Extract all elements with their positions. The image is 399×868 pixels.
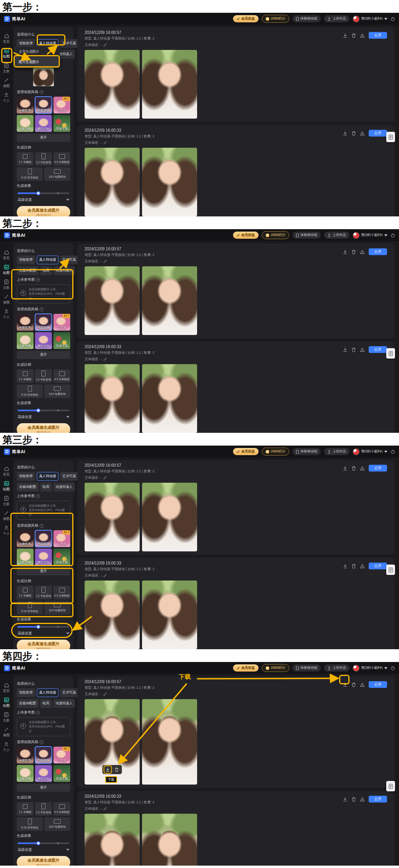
sidebar-item-retouch[interactable]: 修图	[3, 78, 10, 87]
upload-dropzone[interactable]: 点击或拖拽图片上传，支持20M以内JPG、PNG图片	[17, 501, 70, 520]
generated-image-4[interactable]	[142, 148, 197, 216]
expand-styles-button[interactable]: 展开	[17, 351, 70, 359]
report-icon[interactable]	[360, 466, 365, 471]
upload-dropzone[interactable]: 点击或拖拽图片上传，支持20M以内JPG、PNG图片	[17, 284, 70, 303]
points-badge[interactable]: 2686积分	[262, 231, 289, 239]
mode-ecommerce[interactable]: 电商	[40, 699, 52, 708]
sidebar-item-draw[interactable]: 绘图	[3, 265, 10, 274]
feedback-widget[interactable]	[386, 565, 395, 575]
style-card[interactable]: 梦幻少女	[35, 549, 52, 565]
generated-image-2[interactable]	[142, 483, 197, 551]
ratio-1-1[interactable]: 1:1 头像图	[17, 152, 34, 166]
member-benefits-button[interactable]: 会员权益	[233, 232, 259, 239]
sidebar-item-home[interactable]: 首页	[3, 466, 10, 476]
generated-image-3[interactable]	[85, 148, 140, 216]
sidebar-item-draw[interactable]: 绘图	[3, 698, 10, 707]
style-card[interactable]: 梦幻少女	[35, 115, 52, 132]
edit-pencil-icon[interactable]	[103, 141, 107, 145]
sidebar-item-copywriting[interactable]: 文案	[3, 712, 10, 722]
style-card[interactable]: 圣诞主题	[53, 765, 70, 782]
style-card[interactable]: 圣诞主题	[53, 549, 70, 565]
style-card[interactable]: 圣诞主题	[53, 115, 70, 132]
power-icon[interactable]	[391, 666, 395, 670]
sidebar-item-retouch[interactable]: 修图	[3, 511, 10, 520]
ratio-1-2[interactable]: 1:2 手机壁纸	[35, 586, 52, 599]
sidebar-item-retouch[interactable]: 修图	[3, 727, 10, 737]
delete-icon[interactable]	[352, 131, 356, 136]
edit-pencil-icon[interactable]	[103, 574, 107, 578]
delete-icon[interactable]	[352, 564, 356, 569]
member-benefits-button[interactable]: 会员权益	[233, 448, 259, 455]
report-icon[interactable]	[360, 347, 365, 352]
generated-image-3[interactable]	[85, 581, 140, 649]
effect-slider[interactable]	[18, 626, 69, 628]
feedback-widget[interactable]	[386, 781, 395, 791]
style-card[interactable]: AI摄影风	[17, 530, 34, 547]
ratio-16-9[interactable]: 16:9 电脑壁纸	[44, 601, 70, 614]
style-card[interactable]: 热门二次元	[53, 530, 70, 547]
generated-image-1[interactable]: 下载	[85, 483, 140, 551]
sidebar-item-draw[interactable]: 绘图	[3, 48, 10, 58]
delete-icon[interactable]	[352, 33, 356, 38]
uploaded-photo-thumbnail[interactable]	[33, 68, 54, 86]
delete-icon[interactable]	[352, 682, 356, 687]
advanced-settings[interactable]: 高级设置	[18, 847, 69, 852]
style-card-selected[interactable]: 平面插画	[35, 97, 52, 113]
style-card[interactable]: Q版头像	[17, 332, 34, 349]
report-icon[interactable]	[360, 131, 365, 136]
effect-slider[interactable]	[18, 842, 69, 844]
report-icon[interactable]	[360, 797, 365, 802]
generated-image-4[interactable]	[142, 364, 197, 433]
delete-icon[interactable]	[352, 797, 356, 802]
mode-social-media[interactable]: 自媒体配图	[17, 483, 39, 491]
ratio-9-16[interactable]: 9:16 宣传海报	[17, 384, 43, 398]
member-benefits-button[interactable]: 会员权益	[233, 664, 259, 672]
mode-real-to-anime[interactable]: 真人转动漫	[37, 256, 59, 264]
advanced-settings[interactable]: 高级设置	[18, 631, 69, 636]
dropdown-item-text-to-image[interactable]: 文字生成图片	[15, 47, 59, 57]
sidebar-item-copywriting[interactable]: 文案	[3, 279, 10, 289]
download-icon[interactable]	[343, 466, 348, 471]
edit-pencil-icon[interactable]	[103, 43, 107, 48]
download-icon[interactable]	[343, 33, 348, 38]
sidebar-item-retouch[interactable]: 修图	[3, 294, 10, 304]
user-menu[interactable]: 熊O的小裁判n	[353, 665, 387, 672]
feedback-widget[interactable]	[386, 132, 395, 142]
style-card[interactable]: 热门二次元	[53, 97, 70, 113]
power-icon[interactable]	[391, 450, 395, 454]
publish-button[interactable]: 公开	[369, 465, 387, 472]
sidebar-item-profile[interactable]: 个人	[3, 93, 10, 102]
ratio-1-1[interactable]: 1:1 头像图	[17, 586, 34, 599]
advanced-settings[interactable]: 高级设置	[18, 197, 69, 202]
download-icon[interactable]	[343, 250, 348, 254]
generated-image-1[interactable]: 下载	[85, 266, 140, 335]
ratio-1-2[interactable]: 1:2 手机壁纸	[35, 152, 52, 166]
mode-real-to-anime[interactable]: 真人转动漫	[37, 472, 59, 481]
style-card[interactable]: AI摄影风	[17, 747, 34, 763]
generated-image-2[interactable]	[142, 266, 197, 335]
ratio-16-9[interactable]: 16:9 电脑壁纸	[44, 817, 70, 831]
user-menu[interactable]: 熊O的小裁判n	[353, 16, 387, 22]
advanced-settings[interactable]: 高级设置	[18, 414, 69, 420]
publish-button[interactable]: 公开	[369, 32, 387, 39]
feedback-widget[interactable]	[386, 348, 395, 359]
style-card[interactable]: Q版头像	[17, 115, 34, 132]
style-card[interactable]: AI摄影风	[17, 97, 34, 113]
upload-dropzone[interactable]: 点击或拖拽图片上传，支持20M以内JPG、PNG图片	[17, 717, 70, 736]
ratio-1-2[interactable]: 1:2 手机壁纸	[35, 802, 52, 816]
upload-work-button[interactable]: 上传作品	[324, 448, 350, 455]
publish-button[interactable]: 公开	[369, 563, 387, 569]
report-icon[interactable]	[360, 682, 365, 687]
generated-image-1[interactable]: 下载	[85, 50, 140, 119]
download-icon[interactable]	[105, 767, 111, 773]
publish-button[interactable]: 公开	[369, 796, 387, 803]
slider-handle[interactable]	[36, 408, 40, 412]
user-menu[interactable]: 熊O的小裁判n	[353, 448, 387, 455]
mobile-app-button[interactable]: 体验移动端	[292, 448, 321, 455]
upload-work-button[interactable]: 上传作品	[324, 664, 350, 672]
expand-styles-button[interactable]: 展开	[17, 134, 70, 142]
download-icon[interactable]	[343, 797, 348, 802]
mode-smart-recommend[interactable]: 智能推荐	[17, 256, 35, 264]
publish-button[interactable]: 公开	[369, 681, 387, 688]
mode-ecommerce[interactable]: 电商	[40, 266, 52, 275]
